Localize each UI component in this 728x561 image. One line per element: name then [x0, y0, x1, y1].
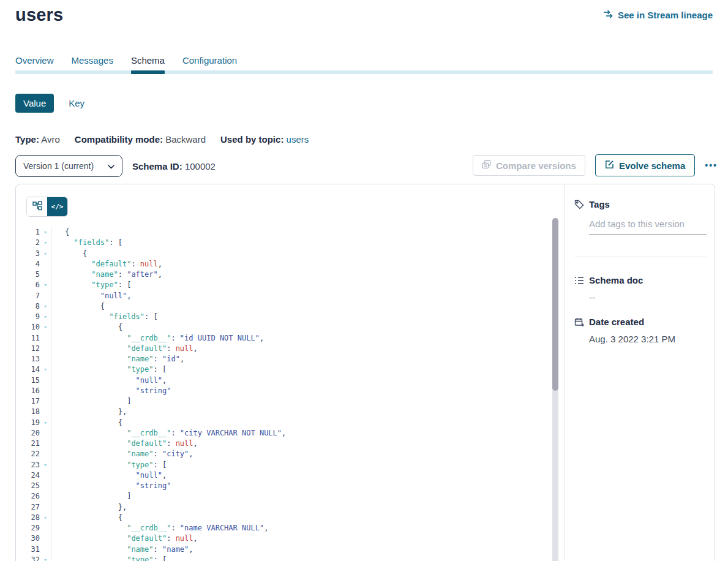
code-text: "null",: [51, 375, 167, 386]
fold-spacer: [40, 344, 51, 354]
schema-meta: Type: Avro Compatibility mode: Backward …: [15, 134, 309, 145]
code-view-icon: </>: [51, 203, 64, 211]
version-select[interactable]: Version 1 (current): [15, 155, 122, 177]
fold-arrow-icon[interactable]: ▾: [40, 418, 51, 428]
compare-versions-button[interactable]: Compare versions: [473, 155, 585, 176]
tags-section-divider: [574, 257, 707, 257]
code-line: 16 "string": [16, 386, 563, 396]
code-line: 13 "name": "id",: [16, 354, 563, 364]
view-toggle: </>: [26, 197, 68, 217]
code-text: "string": [51, 481, 171, 491]
compare-versions-icon: [482, 160, 491, 171]
schema-code-editor[interactable]: 1▾{2▾ "fields": [3▾ {4 "default": null,5…: [16, 227, 563, 561]
line-number: 8: [16, 301, 40, 312]
fold-arrow-icon[interactable]: ▾: [40, 322, 51, 333]
fold-arrow-icon[interactable]: ▾: [40, 249, 51, 259]
line-number: 5: [16, 269, 40, 280]
gutter-divider: [51, 227, 51, 561]
code-view-button[interactable]: </>: [47, 197, 67, 216]
line-number: 15: [16, 375, 40, 386]
evolve-schema-button[interactable]: Evolve schema: [595, 154, 695, 176]
fold-arrow-icon[interactable]: ▾: [40, 555, 51, 561]
code-line: 23▾ "type": [: [16, 460, 563, 470]
code-line: 6▾ "type": [: [16, 280, 563, 290]
date-created-section: Date created: [574, 317, 705, 329]
line-number: 4: [16, 259, 40, 269]
line-number: 12: [16, 344, 40, 354]
fold-arrow-icon[interactable]: ▾: [40, 227, 51, 238]
line-number: 17: [16, 396, 40, 407]
fold-spacer: [40, 269, 51, 280]
fold-spacer: [40, 333, 51, 344]
code-text: {: [51, 227, 69, 238]
version-bar: Version 1 (current) Schema ID: 100002: [15, 155, 216, 177]
vertical-scrollbar[interactable]: [552, 218, 558, 561]
line-number: 14: [16, 364, 40, 375]
topic-link[interactable]: users: [287, 134, 309, 145]
fold-arrow-icon[interactable]: ▾: [40, 238, 51, 248]
fold-spacer: [40, 386, 51, 396]
scrollbar-thumb[interactable]: [552, 218, 558, 391]
tab-overview[interactable]: Overview: [15, 55, 54, 74]
schema-sidebar: Tags Schema doc --: [565, 184, 715, 561]
line-number: 9: [16, 312, 40, 322]
fold-arrow-icon[interactable]: ▾: [40, 312, 51, 322]
code-text: "fields": [: [51, 312, 158, 322]
code-line: 3▾ {: [16, 249, 563, 259]
code-text: {: [51, 418, 122, 428]
code-line: 29 "__crdb__": "name VARCHAR NULL",: [16, 523, 563, 533]
meta-topic: Used by topic: users: [220, 134, 309, 145]
code-line: 17 ]: [16, 396, 563, 407]
fold-arrow-icon[interactable]: ▾: [40, 301, 51, 312]
line-number: 3: [16, 249, 40, 259]
line-number: 21: [16, 439, 40, 449]
code-line: 31 "name": "name",: [16, 544, 563, 555]
fold-spacer: [40, 259, 51, 269]
code-text: "null",: [51, 291, 131, 301]
line-number: 1: [16, 227, 40, 238]
code-text: {: [51, 249, 87, 259]
fold-spacer: [40, 439, 51, 449]
stream-lineage-link[interactable]: See in Stream lineage: [603, 9, 713, 20]
line-number: 16: [16, 386, 40, 396]
fold-spacer: [40, 502, 51, 513]
tab-messages[interactable]: Messages: [72, 55, 113, 74]
fold-spacer: [40, 544, 51, 555]
code-line: 24 "null",: [16, 470, 563, 481]
line-number: 11: [16, 333, 40, 344]
date-created-value: Aug. 3 2022 3:21 PM: [589, 334, 675, 344]
line-number: 10: [16, 322, 40, 333]
fold-spacer: [40, 407, 51, 417]
fold-arrow-icon[interactable]: ▾: [40, 460, 51, 470]
schema-doc-value: --: [589, 292, 595, 303]
line-number: 25: [16, 481, 40, 491]
fold-arrow-icon[interactable]: ▾: [40, 364, 51, 375]
more-options-button[interactable]: •••: [705, 160, 718, 170]
value-key-toggle: Value Key: [15, 94, 84, 113]
fold-spacer: [40, 396, 51, 407]
line-number: 20: [16, 428, 40, 439]
tab-bar: Overview Messages Schema Configuration: [15, 55, 713, 74]
code-text: "__crdb__": "city VARCHAR NOT NULL",: [51, 428, 286, 439]
fold-spacer: [40, 523, 51, 533]
calendar-plus-icon: [574, 317, 584, 329]
code-text: {: [51, 301, 105, 312]
fold-arrow-icon[interactable]: ▾: [40, 513, 51, 523]
line-number: 6: [16, 280, 40, 290]
schema-id-value: 100002: [185, 161, 216, 171]
code-text: "type": [: [51, 555, 167, 561]
line-number: 24: [16, 470, 40, 481]
line-number: 22: [16, 449, 40, 459]
tree-view-button[interactable]: [27, 197, 47, 216]
fold-arrow-icon[interactable]: ▾: [40, 280, 51, 290]
tags-input[interactable]: [589, 216, 707, 235]
tab-configuration[interactable]: Configuration: [182, 55, 237, 74]
line-number: 28: [16, 513, 40, 523]
code-line: 9▾ "fields": [: [16, 312, 563, 322]
schema-id-label: Schema ID:: [132, 161, 182, 171]
schema-id: Schema ID: 100002: [132, 161, 216, 171]
value-toggle-button[interactable]: Value: [15, 94, 54, 113]
tab-schema[interactable]: Schema: [131, 55, 165, 74]
key-toggle-button[interactable]: Key: [69, 98, 84, 108]
code-text: "type": [: [51, 364, 167, 375]
